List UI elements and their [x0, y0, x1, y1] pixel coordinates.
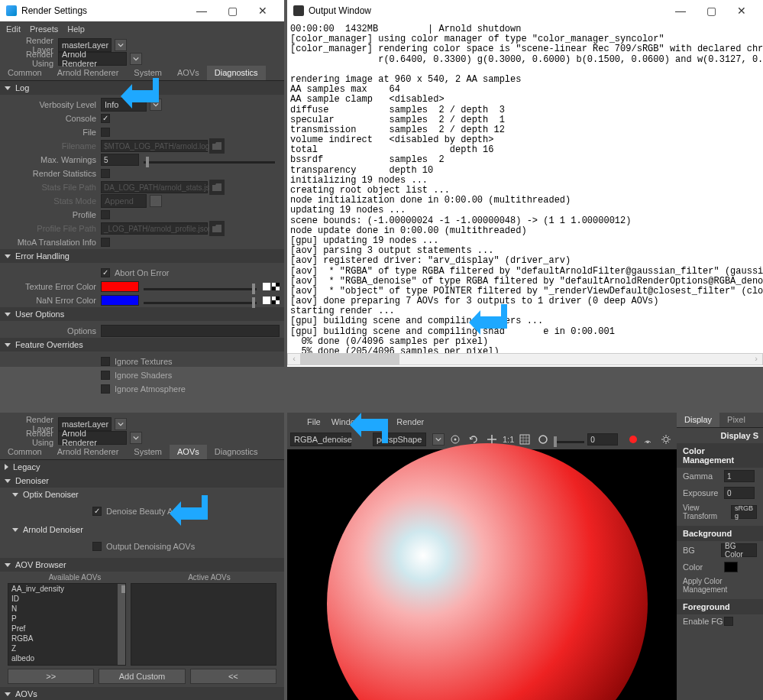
- zoom-slider[interactable]: [554, 441, 584, 443]
- menu-file[interactable]: File: [307, 417, 321, 426]
- add-custom-button[interactable]: Add Custom: [99, 669, 185, 684]
- rendered-sphere: [327, 443, 648, 700]
- svg-point-5: [664, 437, 668, 442]
- gear-icon[interactable]: [658, 432, 674, 447]
- ignore-shaders-checkbox[interactable]: [101, 371, 110, 380]
- broadcast-icon[interactable]: [640, 432, 655, 447]
- nan-error-slider[interactable]: [144, 302, 257, 304]
- denoiser-section[interactable]: Denoiser: [0, 474, 284, 488]
- render-settings-titlebar: Render Settings — ▢ ✕: [0, 0, 284, 21]
- close-button[interactable]: ✕: [247, 0, 278, 21]
- aov-browser-section[interactable]: AOV Browser: [0, 558, 284, 572]
- tab-common[interactable]: Common: [0, 445, 50, 459]
- tab-display[interactable]: Display: [677, 413, 719, 427]
- gamma-label: Gamma: [683, 472, 724, 481]
- active-aovs-list[interactable]: [131, 583, 276, 666]
- view-transform-dropdown[interactable]: sRGB g: [731, 505, 757, 519]
- ignore-atmosphere-label: Ignore Atmosphere: [115, 384, 186, 394]
- horizontal-scrollbar[interactable]: ‹ ›: [287, 353, 763, 365]
- ignore-atmosphere-checkbox[interactable]: [101, 384, 110, 394]
- apply-color-management-label[interactable]: Apply Color Management: [677, 575, 763, 596]
- nan-error-color-label: NaN Error Color: [5, 296, 101, 305]
- tab-system[interactable]: System: [126, 445, 170, 459]
- abort-on-error-checkbox[interactable]: [101, 268, 110, 277]
- move-left-button[interactable]: <<: [190, 669, 276, 684]
- bg-color-swatch[interactable]: [724, 562, 738, 572]
- max-warnings-slider[interactable]: [144, 161, 275, 164]
- stats-mode-dropdown: Append: [101, 194, 147, 208]
- annotation-arrow-icon: [170, 495, 208, 526]
- render-viewport[interactable]: [287, 449, 677, 700]
- console-label: Console: [5, 114, 101, 123]
- chevron-down-icon[interactable]: [130, 53, 142, 65]
- output-denoising-label: Output Denoising AOVs: [106, 542, 195, 551]
- texture-error-color-swatch[interactable]: [101, 281, 139, 292]
- tab-aovs[interactable]: AOVs: [170, 66, 207, 80]
- list-scrollbar[interactable]: [118, 584, 125, 665]
- texture-error-slider[interactable]: [144, 288, 257, 290]
- arnold-denoiser-section[interactable]: Arnold Denoiser: [0, 523, 284, 536]
- minimize-button[interactable]: —: [186, 0, 217, 21]
- error-handling-section[interactable]: Error Handling: [0, 249, 284, 263]
- chevron-down-icon: [150, 195, 162, 207]
- exposure-label: Exposure: [683, 488, 724, 497]
- exposure-field[interactable]: 0: [724, 487, 755, 499]
- file-checkbox[interactable]: [101, 128, 110, 137]
- close-button[interactable]: ✕: [726, 0, 757, 21]
- ignore-shaders-label: Ignore Shaders: [115, 371, 172, 380]
- menu-render[interactable]: Render: [396, 417, 424, 426]
- folder-icon: [209, 180, 225, 195]
- aovs-section[interactable]: AOVs: [0, 687, 284, 700]
- grid-icon[interactable]: [517, 432, 532, 447]
- maximize-button[interactable]: ▢: [217, 0, 247, 21]
- record-icon[interactable]: [629, 436, 637, 443]
- ratio-label[interactable]: 1:1: [503, 435, 514, 444]
- output-denoising-checkbox[interactable]: [92, 542, 102, 551]
- bg-dropdown[interactable]: BG Color: [721, 543, 757, 557]
- active-aovs-label: Active AOVs: [142, 573, 276, 582]
- available-aovs-list[interactable]: AA_inv_density ID N P Pref RGBA Z albedo…: [8, 583, 126, 666]
- max-warnings-field[interactable]: 5: [101, 154, 139, 166]
- tab-common[interactable]: Common: [0, 66, 50, 80]
- render-using-dropdown[interactable]: Arnold Renderer: [58, 431, 127, 445]
- options-field[interactable]: [101, 325, 280, 337]
- ignore-textures-checkbox[interactable]: [101, 357, 110, 366]
- move-right-button[interactable]: >>: [8, 669, 94, 684]
- console-checkbox[interactable]: [101, 114, 110, 123]
- aov-dropdown[interactable]: RGBA_denoise: [290, 433, 351, 446]
- legacy-section[interactable]: Legacy: [0, 460, 284, 474]
- abort-on-error-label: Abort On Error: [115, 268, 170, 277]
- chevron-down-icon[interactable]: [130, 432, 142, 444]
- render-statistics-label: Render Statistics: [5, 169, 101, 178]
- tab-diagnostics[interactable]: Diagnostics: [207, 445, 266, 459]
- menu-edit[interactable]: Edit: [6, 24, 21, 34]
- feature-overrides-section[interactable]: Feature Overrides: [0, 338, 284, 352]
- menu-help[interactable]: Help: [67, 24, 85, 34]
- user-options-section[interactable]: User Options: [0, 307, 284, 321]
- mtoa-translation-checkbox[interactable]: [101, 238, 110, 247]
- checker-icon[interactable]: [272, 297, 280, 304]
- tabs: Common Arnold Renderer System AOVs Diagn…: [0, 445, 284, 460]
- tab-aovs[interactable]: AOVs: [170, 445, 207, 459]
- output-title: Output Window: [309, 5, 371, 16]
- enable-fg-checkbox[interactable]: [724, 617, 733, 626]
- maximize-button[interactable]: ▢: [696, 0, 726, 21]
- optix-denoiser-section[interactable]: Optix Denoiser: [0, 488, 284, 501]
- foreground-header: Foreground: [677, 599, 763, 614]
- gamma-field[interactable]: 1: [724, 470, 755, 482]
- zoom-value[interactable]: 0: [587, 433, 618, 446]
- file-label: File: [5, 128, 101, 137]
- tab-diagnostics[interactable]: Diagnostics: [207, 66, 266, 80]
- menu-presets[interactable]: Presets: [30, 24, 58, 34]
- checker-icon[interactable]: [272, 283, 280, 290]
- render-using-dropdown[interactable]: Arnold Renderer: [58, 52, 127, 66]
- chevron-down-icon[interactable]: [432, 433, 445, 446]
- nan-error-color-swatch[interactable]: [101, 295, 139, 306]
- render-statistics-checkbox[interactable]: [101, 169, 110, 178]
- denoise-beauty-checkbox[interactable]: [92, 507, 102, 516]
- minimize-button[interactable]: —: [665, 0, 696, 21]
- output-window: Output Window — ▢ ✕ 00:00:00 1432MB | Ar…: [287, 0, 763, 367]
- focus-icon[interactable]: [535, 432, 551, 447]
- tab-pixel[interactable]: Pixel: [719, 413, 753, 427]
- profile-checkbox[interactable]: [101, 210, 110, 219]
